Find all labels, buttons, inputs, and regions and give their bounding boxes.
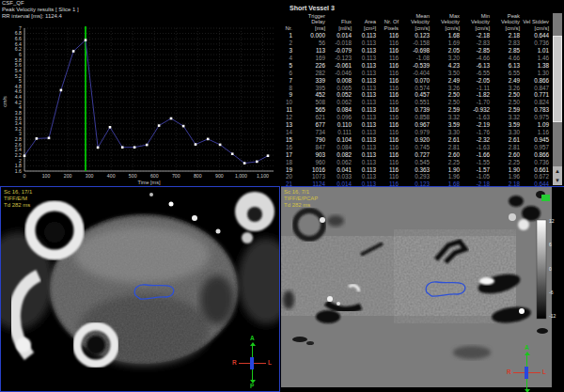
svg-text:6.6: 6.6	[15, 36, 22, 41]
svg-text:700: 700	[172, 173, 180, 179]
svg-text:4.6: 4.6	[15, 88, 22, 94]
svg-text:3.2: 3.2	[15, 126, 22, 132]
data-point-marker[interactable]	[97, 147, 100, 149]
data-point-marker[interactable]	[195, 143, 197, 146]
data-point-marker[interactable]	[72, 50, 75, 53]
svg-text:3.6: 3.6	[15, 116, 22, 121]
chart-series-label: CSF_QF	[2, 0, 79, 7]
svg-text:2.8: 2.8	[15, 136, 22, 142]
column-header: Nr. OfPixels	[378, 13, 400, 32]
table-header: Nr.Trigger Delay[ms]Flux[ml/s]Area[cm²]N…	[280, 13, 551, 32]
table-row[interactable]: 168470.0840.1131160.7452.81-1.632.810.95…	[280, 144, 551, 151]
svg-text:0: 0	[549, 266, 552, 272]
x-axis-label: Time [ms]	[138, 180, 161, 185]
table-row[interactable]: 10.0000.0140.1131160.1231.68-2.182.180.6…	[280, 32, 551, 39]
peak-velocity-line-chart[interactable]: 1.61.822.22.42.62.833.23.43.63.844.24.44…	[0, 0, 278, 186]
phase-image-viewport[interactable]: Sc 16, 7/1 TIFF/E/PCAP Td 282 ms	[281, 186, 564, 392]
svg-text:5.4: 5.4	[15, 68, 22, 73]
data-point-marker[interactable]	[243, 162, 246, 165]
magnitude-overlay-text: Sc 16, 17/1 TIFF/E/M Td 282 ms	[4, 189, 32, 209]
table-row[interactable]: 83950.0650.1131160.5743.26-1.113.260.847	[280, 85, 551, 92]
svg-text:100: 100	[42, 173, 51, 179]
table-row[interactable]: 189600.0620.1131160.5452.25-1.552.250.73…	[280, 159, 551, 166]
table-row[interactable]: 5226-0.0610.113116-0.5394.23-6.136.131.3…	[280, 62, 551, 70]
table-row[interactable]: 115650.0840.1131160.7392.59-0.9322.590.7…	[280, 106, 551, 114]
table-row[interactable]: 157900.1040.1131160.9202.61-2.322.610.94…	[280, 136, 551, 144]
data-point-marker[interactable]	[231, 152, 234, 155]
svg-text:4.4: 4.4	[15, 94, 22, 100]
svg-text:-12: -12	[549, 313, 556, 319]
slice-position-tick	[525, 367, 528, 379]
slice-position-tick	[250, 357, 254, 369]
scroll-down-button[interactable]: ▼	[553, 176, 562, 185]
table-row[interactable]: 1910160.0410.1131160.3631.90-1.571.900.6…	[280, 166, 551, 174]
table-row[interactable]: 179030.0820.1131160.7272.60-1.662.600.86…	[280, 151, 551, 159]
column-header: Area[cm²]	[353, 13, 378, 32]
column-header: Min Velocity[cm/s]	[462, 13, 492, 32]
column-header: Mean Velocity[cm/s]	[400, 13, 431, 32]
svg-text:2: 2	[19, 158, 22, 164]
table-row[interactable]: 147340.1110.1131160.9793.30-1.763.301.16	[280, 129, 551, 136]
table-row[interactable]: 126210.0960.1131160.8583.32-1.633.320.97…	[280, 114, 551, 121]
svg-text:800: 800	[194, 173, 202, 179]
data-point-marker[interactable]	[60, 89, 63, 92]
svg-text:5.8: 5.8	[15, 57, 22, 63]
velocity-colorbar	[537, 220, 546, 319]
data-point-marker[interactable]	[133, 146, 136, 149]
data-point-marker[interactable]	[48, 137, 51, 140]
svg-text:6: 6	[19, 52, 22, 57]
table-row[interactable]: 3113-0.0790.113116-0.6982.05-2.852.851.0…	[280, 47, 551, 55]
data-point-marker[interactable]	[121, 146, 124, 149]
table-row[interactable]: 256-0.0180.113116-0.1581.69-2.832.830.73…	[280, 39, 551, 47]
svg-text:3: 3	[19, 131, 22, 136]
data-point-marker[interactable]	[36, 137, 39, 140]
svg-text:6.2: 6.2	[15, 46, 22, 52]
magnitude-image-viewport[interactable]: Sc 16, 17/1 TIFF/E/M Td 282 ms	[0, 186, 280, 392]
scroll-up-button[interactable]: ▲	[553, 166, 562, 176]
data-point-marker[interactable]	[146, 144, 149, 147]
chart-rr-interval: RR interval [ms]: 1124.4	[2, 13, 79, 20]
chart-title: Peak Velocity results [ Slice 1 ]	[2, 7, 79, 13]
app-window: CSF_QF Peak Velocity results [ Slice 1 ]…	[0, 0, 564, 392]
svg-text:300: 300	[86, 173, 94, 179]
peak-velocity-chart-panel: CSF_QF Peak Velocity results [ Slice 1 ]…	[0, 0, 278, 186]
svg-text:5.2: 5.2	[15, 73, 22, 79]
table-row[interactable]: 136770.1100.1131160.9673.59-2.193.591.09	[280, 121, 551, 129]
data-point-marker[interactable]	[85, 39, 87, 41]
data-point-marker[interactable]	[207, 138, 210, 141]
data-point-marker[interactable]	[219, 144, 222, 147]
svg-text:5: 5	[19, 78, 22, 84]
table-row[interactable]: 105080.0620.1131160.5512.50-1.702.500.82…	[280, 99, 551, 106]
scrollbar-thumb[interactable]	[553, 36, 562, 122]
svg-text:500: 500	[129, 173, 137, 179]
data-point-marker[interactable]	[24, 154, 26, 157]
orientation-marker: A P R L	[509, 347, 545, 392]
column-header: Trigger Delay[ms]	[294, 13, 327, 32]
table-row[interactable]: 73390.0080.1131160.0702.49-2.052.490.866	[280, 77, 551, 85]
table-row[interactable]: 4169-0.1230.113116-1.083.20-4.664.661.46	[280, 55, 551, 62]
data-point-marker[interactable]	[170, 118, 173, 120]
svg-text:600: 600	[150, 173, 159, 179]
table-row[interactable]: 2010730.0330.1131160.2931.96-1.051.960.6…	[280, 173, 551, 180]
svg-text:-6: -6	[549, 290, 554, 295]
svg-text:900: 900	[215, 173, 224, 179]
data-point-marker[interactable]	[109, 126, 112, 129]
data-point-marker[interactable]	[158, 124, 161, 127]
table-row[interactable]: 6282-0.0460.113116-0.4043.50-6.556.551.3…	[280, 70, 551, 77]
svg-text:400: 400	[107, 173, 116, 179]
svg-text:0: 0	[24, 173, 26, 179]
svg-text:3.4: 3.4	[15, 120, 22, 126]
svg-text:2.4: 2.4	[15, 147, 22, 152]
data-point-marker[interactable]	[267, 154, 270, 157]
data-point-marker[interactable]	[256, 161, 258, 164]
svg-text:1.6: 1.6	[15, 168, 22, 174]
svg-text:2.2: 2.2	[15, 152, 22, 158]
table-scrollbar[interactable]: ▲ ▼	[553, 13, 562, 185]
svg-text:3.8: 3.8	[15, 110, 22, 116]
data-point-marker[interactable]	[182, 125, 185, 128]
flow-results-table: Nr.Trigger Delay[ms]Flux[ml/s]Area[cm²]N…	[280, 13, 551, 186]
svg-text:6.8: 6.8	[15, 30, 22, 36]
table-row[interactable]: 94520.0520.1131160.4572.50-1.822.500.771	[280, 91, 551, 99]
svg-text:6.4: 6.4	[15, 41, 22, 47]
svg-text:4.2: 4.2	[15, 100, 22, 105]
